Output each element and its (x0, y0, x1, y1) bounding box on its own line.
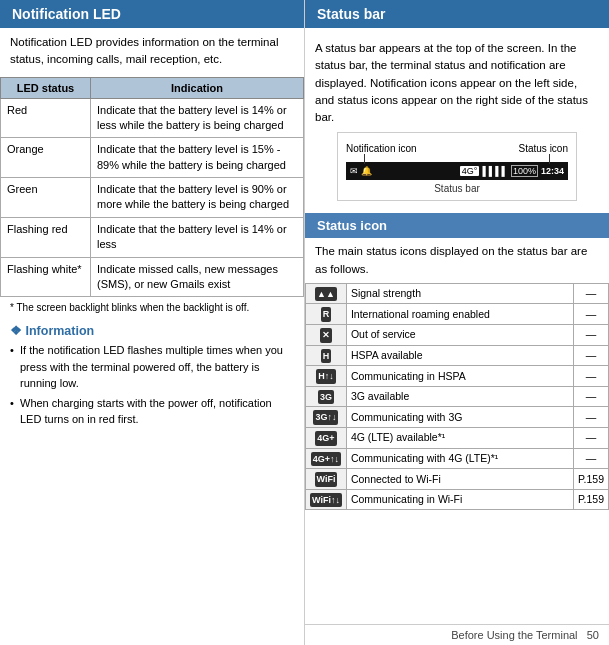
page-footer: Before Using the Terminal 50 (305, 624, 609, 645)
icon-label-cell: HSPA available (346, 345, 573, 366)
page-number: 50 (587, 629, 599, 641)
bar-label-bottom: Status bar (346, 183, 568, 194)
icon-label-cell: 3G available (346, 386, 573, 407)
led-table-row: Orange Indicate that the battery level i… (1, 138, 304, 178)
icon-table-row: WiFi↑↓ Communicating in Wi-Fi P.159 (306, 489, 609, 510)
status-icon-glyph: H↑↓ (316, 369, 336, 384)
icon-table-row: 4G+↑↓ Communicating with 4G (LTE)*¹ — (306, 448, 609, 469)
icon-table-row: 3G↑↓ Communicating with 3G — (306, 407, 609, 428)
led-table: LED status Indication Red Indicate that … (0, 77, 304, 298)
icon-table-row: WiFi Connected to Wi-Fi P.159 (306, 469, 609, 490)
notification-icon-label: Notification icon (346, 143, 417, 154)
notification-led-intro: Notification LED provides information on… (0, 34, 304, 77)
icon-page-cell: — (573, 386, 608, 407)
icon-cell: ▲▲ (306, 283, 347, 304)
status-icon-label: Status icon (519, 143, 568, 154)
led-status-cell: Flashing red (1, 217, 91, 257)
led-footnote: * The screen backlight blinks when the b… (0, 297, 304, 319)
icon-page-cell: P.159 (573, 469, 608, 490)
icon-table: ▲▲ Signal strength — R International roa… (305, 283, 609, 511)
status-icon-glyph: 4G+↑↓ (311, 452, 341, 467)
icon-page-cell: — (573, 345, 608, 366)
led-status-cell: Green (1, 178, 91, 218)
icon-page-cell: — (573, 448, 608, 469)
status-bar-header: Status bar (305, 0, 609, 28)
icon-page-cell: — (573, 304, 608, 325)
status-icon-glyph: ▲▲ (315, 287, 337, 302)
icon-page-cell: P.159 (573, 489, 608, 510)
status-icon-header: Status icon (305, 213, 609, 238)
right-panel: Status bar A status bar appears at the t… (305, 0, 609, 645)
status-icon-glyph: ✕ (320, 328, 332, 343)
led-table-row: Red Indicate that the battery level is 1… (1, 98, 304, 138)
status-icon-glyph: WiFi↑↓ (310, 493, 342, 508)
right-content: Status bar A status bar appears at the t… (305, 0, 609, 624)
led-table-row: Flashing red Indicate that the battery l… (1, 217, 304, 257)
info-list-item: When charging starts with the power off,… (10, 395, 294, 428)
led-table-row: Green Indicate that the battery level is… (1, 178, 304, 218)
led-status-cell: Red (1, 98, 91, 138)
icon-label-cell: International roaming enabled (346, 304, 573, 325)
status-bar-diagram: Notification icon Status icon ✉ 🔔 4G° ▌▌… (337, 132, 577, 201)
icon-table-row: R International roaming enabled — (306, 304, 609, 325)
status-icon-glyph: 3G↑↓ (313, 410, 338, 425)
status-icon-glyph: H (321, 349, 332, 364)
info-list: If the notification LED flashes multiple… (10, 342, 294, 428)
led-indication-cell: Indicate that the battery level is 14% o… (91, 98, 304, 138)
icon-cell: 4G+↑↓ (306, 448, 347, 469)
led-indication-cell: Indicate that the battery level is 90% o… (91, 178, 304, 218)
info-list-item: If the notification LED flashes multiple… (10, 342, 294, 392)
icon-table-row: ▲▲ Signal strength — (306, 283, 609, 304)
icon-page-cell: — (573, 324, 608, 345)
diagram-bar-left: ✉ 🔔 (350, 166, 372, 176)
led-indication-cell: Indicate missed calls, new messages (SMS… (91, 257, 304, 297)
status-icon-glyph: WiFi (315, 472, 338, 487)
info-section: Information If the notification LED flas… (0, 319, 304, 437)
icon-cell: 4G+ (306, 427, 347, 448)
icon-label-cell: Connected to Wi-Fi (346, 469, 573, 490)
notification-led-header: Notification LED (0, 0, 304, 28)
icon-table-row: 3G 3G available — (306, 386, 609, 407)
icon-label-cell: Communicating with 3G (346, 407, 573, 428)
icon-table-row: 4G+ 4G (LTE) available*¹ — (306, 427, 609, 448)
status-icon-glyph: R (321, 307, 332, 322)
icon-page-cell: — (573, 427, 608, 448)
led-status-cell: Flashing white* (1, 257, 91, 297)
icon-page-cell: — (573, 407, 608, 428)
icon-label-cell: Communicating with 4G (LTE)*¹ (346, 448, 573, 469)
icon-label-cell: Communicating in Wi-Fi (346, 489, 573, 510)
icon-label-cell: Communicating in HSPA (346, 366, 573, 387)
icon-page-cell: — (573, 283, 608, 304)
status-icon-intro: The main status icons displayed on the s… (305, 243, 609, 283)
icon-label-cell: 4G (LTE) available*¹ (346, 427, 573, 448)
icon-label-cell: Signal strength (346, 283, 573, 304)
icon-table-row: H HSPA available — (306, 345, 609, 366)
icon-cell: R (306, 304, 347, 325)
icon-cell: ✕ (306, 324, 347, 345)
icon-cell: 3G↑↓ (306, 407, 347, 428)
icon-cell: H↑↓ (306, 366, 347, 387)
diagram-bar: ✉ 🔔 4G° ▌▌▌▌ 100% 12:34 (346, 162, 568, 180)
led-indication-cell: Indicate that the battery level is 14% o… (91, 217, 304, 257)
icon-table-row: H↑↓ Communicating in HSPA — (306, 366, 609, 387)
status-bar-section: A status bar appears at the top of the s… (305, 34, 609, 213)
led-indication-cell: Indicate that the battery level is 15% -… (91, 138, 304, 178)
icon-cell: WiFi (306, 469, 347, 490)
led-table-row: Flashing white* Indicate missed calls, n… (1, 257, 304, 297)
icon-cell: 3G (306, 386, 347, 407)
icon-page-cell: — (573, 366, 608, 387)
led-col1-header: LED status (1, 77, 91, 98)
icon-cell: H (306, 345, 347, 366)
left-panel: Notification LED Notification LED provid… (0, 0, 305, 645)
icon-table-row: ✕ Out of service — (306, 324, 609, 345)
status-icon-glyph: 3G (318, 390, 334, 405)
diagram-bar-right: 4G° ▌▌▌▌ 100% 12:34 (460, 165, 564, 177)
info-title: Information (10, 323, 294, 338)
footer-text: Before Using the Terminal (451, 629, 577, 641)
icon-cell: WiFi↑↓ (306, 489, 347, 510)
led-col2-header: Indication (91, 77, 304, 98)
diagram-labels: Notification icon Status icon (346, 143, 568, 154)
icon-label-cell: Out of service (346, 324, 573, 345)
status-icon-glyph: 4G+ (315, 431, 336, 446)
status-bar-intro: A status bar appears at the top of the s… (315, 40, 599, 126)
